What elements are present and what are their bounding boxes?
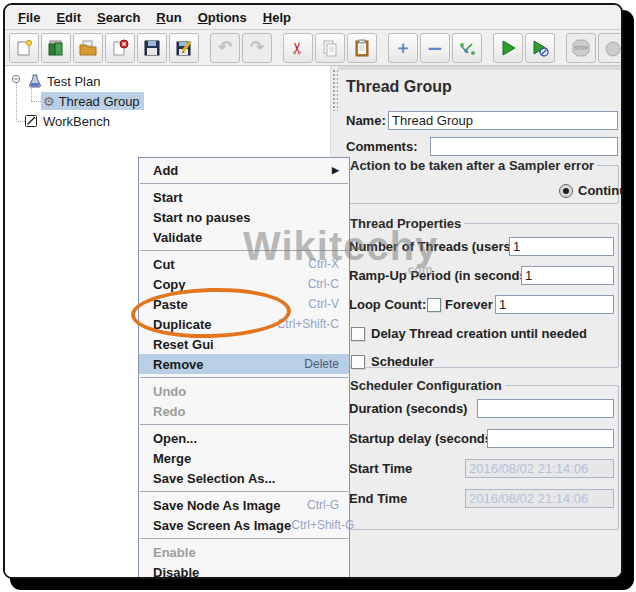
new-button[interactable] [9,33,39,63]
rampup-input[interactable]: 1 [521,266,614,285]
context-item-validate[interactable]: Validate [139,227,349,247]
start-button[interactable] [493,33,523,63]
loop-count-input[interactable]: 1 [495,295,614,314]
minus-icon: − [427,38,444,58]
context-item-merge[interactable]: Merge [139,448,349,468]
context-item-start-no-pauses[interactable]: Start no pauses [139,207,349,227]
cut-button[interactable]: ✂ [283,33,313,63]
startup-delay-input[interactable] [487,429,614,448]
close-file-icon [110,38,130,58]
undo-icon: ↶ [218,39,232,56]
tree-node-test-plan[interactable]: Test Plan [9,72,100,90]
thread-group-config-panel: Thread Group Name: Thread Group Comments… [338,66,621,579]
context-item-duplicate[interactable]: DuplicateCtrl+Shift-C [139,314,349,334]
plus-icon: ＋ [395,39,412,56]
menu-file[interactable]: File [11,8,49,27]
start-time-label: Start Time [349,461,412,476]
delay-thread-checkbox[interactable] [351,327,365,341]
menu-help[interactable]: Help [256,8,300,27]
menu-separator [140,538,348,539]
workbench-icon [23,113,39,129]
scheduler-checkbox[interactable] [351,355,365,369]
undo-button: ↶ [210,33,240,63]
paste-button[interactable] [347,33,377,63]
cut-icon: ✂ [290,41,306,54]
close-test-plan-button[interactable] [105,33,135,63]
panel-title: Thread Group [346,78,452,96]
shortcut-label: Ctrl-X [308,257,339,271]
context-item-open[interactable]: Open... [139,428,349,448]
menu-options[interactable]: Options [191,8,256,27]
tree-expand-handle-icon[interactable] [9,73,23,89]
jmeter-window: File Edit Search Run Options Help ↶ [3,3,623,579]
shortcut-label: Ctrl+Shift-G [291,518,354,532]
add-element-button[interactable]: ＋ [388,33,418,63]
num-threads-label: Number of Threads (users): [349,239,519,254]
shortcut-label: Ctrl-C [308,277,339,291]
context-menu: Add ▶ Start Start no pauses Validate Cut… [138,157,350,579]
comments-label: Comments: [346,139,418,154]
context-item-start[interactable]: Start [139,187,349,207]
thread-properties-group: Thread Properties Number of Threads (use… [342,216,619,368]
menu-run[interactable]: Run [149,8,190,27]
tree-node-label: Thread Group [59,94,140,109]
toggle-arrows-icon [457,38,477,58]
menu-edit[interactable]: Edit [49,8,90,27]
num-threads-input[interactable]: 1 [509,237,614,256]
scheduler-config-group: Scheduler Configuration Duration (second… [342,378,619,530]
copy-button[interactable] [315,33,345,63]
rampup-label: Ramp-Up Period (in seconds): [349,268,535,283]
tree-node-workbench[interactable]: WorkBench [23,112,110,130]
continue-radio-row[interactable]: Continue [559,183,623,198]
menu-search[interactable]: Search [90,8,149,27]
remove-element-button[interactable]: − [420,33,450,63]
duration-label: Duration (seconds) [349,401,467,416]
context-item-save-screen-as-image[interactable]: Save Screen As ImageCtrl+Shift-G [139,515,349,535]
context-item-enable: Enable [139,542,349,562]
start-no-pauses-icon [530,38,550,58]
paste-icon [352,38,372,58]
context-item-reset-gui[interactable]: Reset Gui [139,334,349,354]
shutdown-icon [603,38,623,58]
context-item-cut[interactable]: CutCtrl-X [139,254,349,274]
menu-separator [140,424,348,425]
end-time-input: 2016/08/02 21:14:06 [465,489,614,508]
context-item-add[interactable]: Add ▶ [139,160,349,180]
continue-radio[interactable] [559,184,573,198]
test-plan-icon [27,73,43,89]
scheduler-label: Scheduler [371,354,434,369]
context-item-paste[interactable]: PasteCtrl-V [139,294,349,314]
comments-input[interactable] [430,137,618,156]
sampler-error-group: Action to be taken after a Sampler error… [342,158,619,204]
forever-checkbox[interactable] [427,298,441,312]
tree-node-label: Test Plan [47,74,100,89]
context-item-save-selection-as[interactable]: Save Selection As... [139,468,349,488]
menu-separator [140,250,348,251]
save-as-icon [174,38,194,58]
shortcut-label: Ctrl+Shift-C [277,317,339,331]
end-time-label: End Time [349,491,407,506]
startup-delay-label: Startup delay (seconds) [349,431,496,446]
submenu-arrow-icon: ▶ [332,165,339,175]
menu-separator [140,183,348,184]
save-icon [142,38,162,58]
toggle-elements-button[interactable] [452,33,482,63]
tree-connector [31,101,41,102]
context-item-save-node-as-image[interactable]: Save Node As ImageCtrl-G [139,495,349,515]
context-item-copy[interactable]: CopyCtrl-C [139,274,349,294]
name-input[interactable]: Thread Group [388,111,618,130]
main-content: Test Plan ⚙ Thread Group WorkBench Threa… [5,66,621,577]
save-button[interactable] [137,33,167,63]
redo-icon: ↷ [250,39,264,56]
context-item-disable[interactable]: Disable [139,562,349,579]
thread-group-gear-icon: ⚙ [43,95,55,108]
start-no-pauses-button[interactable] [525,33,555,63]
delay-thread-label: Delay Thread creation until needed [371,326,587,341]
tree-node-thread-group[interactable]: ⚙ Thread Group [41,92,144,110]
save-as-button[interactable] [169,33,199,63]
open-button[interactable] [73,33,103,63]
duration-input[interactable] [477,399,614,418]
context-item-remove[interactable]: RemoveDelete [139,354,349,374]
templates-button[interactable] [41,33,71,63]
menu-separator [140,377,348,378]
